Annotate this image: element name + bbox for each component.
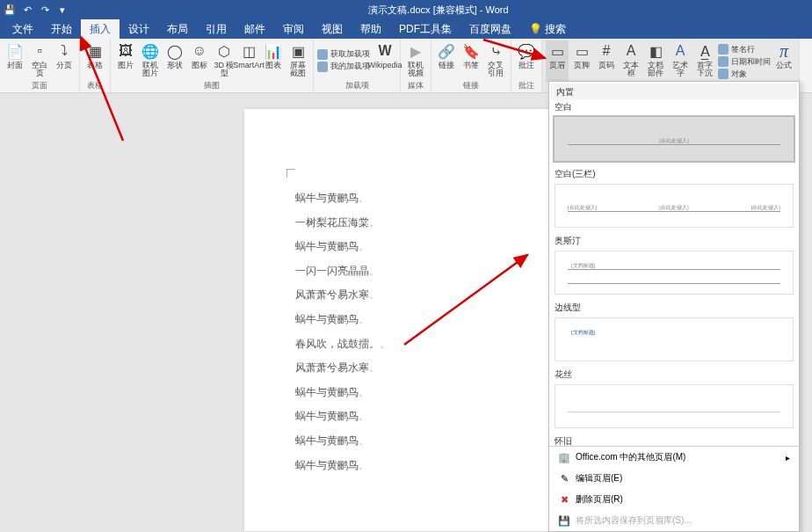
tab-design[interactable]: 设计 (120, 19, 158, 39)
gallery-item-label: 边线型 (551, 300, 797, 316)
paragraph[interactable]: 蜗牛与黄鹂鸟 (295, 381, 527, 405)
tab-file[interactable]: 文件 (4, 19, 42, 39)
gallery-item-blank[interactable]: [在此处键入] (555, 117, 794, 161)
3d-models-button[interactable]: ⬡3D 模型 (213, 40, 236, 80)
header-gallery-dropdown: 内置 空白 [在此处键入] 空白(三栏) [在此处键入][在此处键入][在此处键… (548, 81, 800, 532)
document-page[interactable]: 蜗牛与黄鹂鸟 一树梨花压海棠 蜗牛与黄鹂鸟 一闪一闪亮晶晶 风萧萧兮易水寒 蜗牛… (244, 109, 578, 531)
footer-button[interactable]: ▭页脚 (570, 40, 593, 83)
gallery-item-austin[interactable]: [文档标题] (555, 251, 794, 295)
gallery-item-label: 奥斯汀 (551, 233, 797, 249)
paragraph[interactable]: 蜗牛与黄鹂鸟 (295, 235, 527, 259)
paragraph[interactable]: 春风吹，战鼓擂。 (295, 332, 527, 357)
bookmark-button[interactable]: 🔖书签 (460, 40, 482, 80)
link-button[interactable]: 🔗链接 (435, 40, 458, 80)
gallery-section-builtin: 内置 (551, 84, 797, 99)
tab-mailings[interactable]: 邮件 (236, 19, 274, 39)
shapes-button[interactable]: ◯形状 (163, 40, 186, 80)
page-number-button[interactable]: #页码 (595, 40, 618, 83)
save-gallery-icon: 💾 (558, 514, 570, 527)
more-headers-office[interactable]: 🏢 Office.com 中的其他页眉(M) ▸ (549, 447, 799, 468)
store-icon (317, 49, 328, 60)
paragraph[interactable]: 一树梨花压海棠 (295, 211, 527, 236)
tab-layout[interactable]: 布局 (158, 19, 197, 39)
delete-icon: ✖ (558, 493, 570, 506)
tab-references[interactable]: 引用 (197, 19, 236, 39)
ribbon-tabs: 文件 开始 插入 设计 布局 引用 邮件 审阅 视图 帮助 PDF工具集 百度网… (0, 19, 812, 39)
my-addins-button[interactable]: 我的加载项 (317, 61, 372, 73)
signature-icon (718, 44, 729, 55)
gallery-item-label: 花丝 (551, 367, 797, 383)
group-pages-label: 页面 (32, 80, 47, 91)
qat-more-icon[interactable]: ▾ (56, 4, 69, 16)
edit-header[interactable]: ✎ 编辑页眉(E) (549, 468, 799, 489)
addins-icon (317, 62, 328, 72)
group-illustrations-label: 插图 (204, 80, 220, 91)
online-video-button[interactable]: ▶联机视频 (404, 40, 427, 80)
object-button[interactable]: 对象 (718, 68, 772, 80)
blank-page-button[interactable]: ▫空白页 (28, 40, 51, 80)
gallery-item-label: 空白(三栏) (551, 166, 797, 182)
comment-button[interactable]: 💬批注 (515, 40, 538, 80)
office-icon: 🏢 (558, 451, 570, 463)
gallery-item-lace[interactable] (555, 384, 794, 428)
tab-baidu[interactable]: 百度网盘 (460, 19, 520, 39)
paragraph[interactable]: 风萧萧兮易水寒 (295, 356, 527, 381)
search-icon: 💡 (529, 23, 542, 35)
header-button[interactable]: ▭页眉 (546, 40, 569, 83)
online-pictures-button[interactable]: 🌐联机图片 (139, 40, 162, 80)
undo-icon[interactable]: ↶ (21, 4, 33, 16)
paragraph[interactable]: 蜗牛与黄鹂鸟 (295, 454, 527, 478)
paragraph[interactable]: 一闪一闪亮晶晶 (295, 259, 527, 284)
calendar-icon (718, 56, 729, 67)
tell-me-search[interactable]: 💡 搜索 (520, 19, 575, 39)
table-button[interactable]: ▦表格 (83, 40, 106, 80)
edit-icon: ✎ (558, 472, 570, 485)
paragraph[interactable]: 蜗牛与黄鹂鸟 (295, 308, 527, 332)
title-bar: 💾 ↶ ↷ ▾ 演示文稿.docx [兼容模式] - Word (0, 0, 812, 19)
group-tables-label: 表格 (87, 80, 103, 91)
icons-button[interactable]: ☺图标 (188, 40, 211, 80)
tab-home[interactable]: 开始 (42, 19, 81, 39)
save-icon[interactable]: 💾 (4, 4, 16, 16)
group-addins-label: 加载项 (345, 80, 369, 91)
paragraph[interactable]: 蜗牛与黄鹂鸟 (295, 429, 527, 454)
paragraph[interactable]: 蜗牛与黄鹂鸟 (295, 186, 527, 211)
wikipedia-button[interactable]: WWikipedia (373, 40, 396, 80)
margin-marker (286, 169, 295, 178)
pictures-button[interactable]: 🖼图片 (114, 40, 137, 80)
tab-help[interactable]: 帮助 (352, 19, 390, 39)
gallery-scroll[interactable]: 内置 空白 [在此处键入] 空白(三栏) [在此处键入][在此处键入][在此处键… (549, 82, 799, 446)
signature-line-button[interactable]: 签名行 (718, 43, 772, 55)
paragraph[interactable]: 风萧萧兮易水寒 (295, 283, 527, 308)
gallery-item-label: 空白 (551, 99, 797, 115)
cover-page-button[interactable]: 📄封面 (4, 40, 26, 80)
tab-review[interactable]: 审阅 (274, 19, 313, 39)
group-links-label: 链接 (463, 80, 479, 91)
cross-reference-button[interactable]: ⤷交叉引用 (484, 40, 507, 80)
gallery-item-blank-3col[interactable]: [在此处键入][在此处键入][在此处键入] (555, 184, 794, 228)
tab-view[interactable]: 视图 (313, 19, 352, 39)
gallery-item-label: 怀旧 (551, 434, 797, 446)
window-title: 演示文稿.docx [兼容模式] - Word (69, 4, 808, 17)
chevron-right-icon: ▸ (786, 453, 790, 463)
quick-parts-button[interactable]: ◧文档部件 (644, 40, 667, 83)
remove-header[interactable]: ✖ 删除页眉(R) (549, 489, 799, 510)
redo-icon[interactable]: ↷ (39, 4, 51, 16)
tab-pdf[interactable]: PDF工具集 (390, 19, 460, 39)
dropcap-button[interactable]: A̲首字下沉 (693, 40, 716, 83)
get-addins-button[interactable]: 获取加载项 (317, 48, 372, 61)
gallery-footer: 🏢 Office.com 中的其他页眉(M) ▸ ✎ 编辑页眉(E) ✖ 删除页… (549, 446, 799, 531)
chart-button[interactable]: 📊图表 (262, 40, 285, 80)
tab-insert[interactable]: 插入 (81, 19, 120, 39)
screenshot-button[interactable]: ▣屏幕截图 (286, 40, 309, 80)
equation-button[interactable]: π公式 (772, 40, 795, 83)
page-break-button[interactable]: ⤵分页 (53, 40, 76, 80)
smartart-button[interactable]: ◫SmartArt (237, 40, 260, 80)
gallery-item-edge[interactable]: [文档标题] (555, 317, 794, 361)
textbox-button[interactable]: A文本框 (620, 40, 642, 83)
date-time-button[interactable]: 日期和时间 (718, 55, 772, 68)
paragraph[interactable]: 蜗牛与黄鹂鸟 (295, 404, 527, 429)
wordart-button[interactable]: A艺术字 (669, 40, 692, 83)
save-to-header-gallery: 💾 将所选内容保存到页眉库(S)... (549, 510, 799, 531)
object-icon (718, 69, 729, 79)
